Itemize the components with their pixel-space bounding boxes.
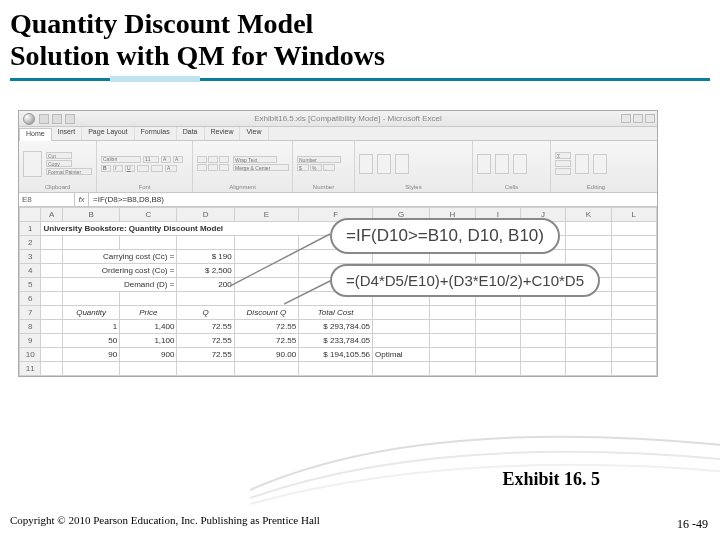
ordering-cost-label: Ordering cost (Co) = bbox=[62, 264, 177, 278]
excel-titlebar: Exhibit16.5.xls [Compatibility Mode] - M… bbox=[19, 111, 657, 127]
hdr-price: Price bbox=[120, 306, 177, 320]
hdr-discount-q: Discount Q bbox=[234, 306, 298, 320]
cell-styles-icon bbox=[395, 154, 409, 174]
col-b: B bbox=[62, 208, 119, 222]
group-clipboard: Clipboard bbox=[23, 184, 92, 190]
col-e: E bbox=[234, 208, 298, 222]
delete-cell-icon bbox=[495, 154, 509, 174]
merge-center-btn: Merge & Center bbox=[233, 164, 289, 171]
qat-save-icon bbox=[39, 114, 49, 124]
copyright: Copyright © 2010 Pearson Education, Inc.… bbox=[10, 514, 370, 526]
slide-swoosh bbox=[250, 400, 720, 510]
quick-access-toolbar bbox=[39, 114, 75, 124]
find-select-icon bbox=[593, 154, 607, 174]
tab-page-layout: Page Layout bbox=[82, 127, 134, 140]
ribbon-tabs: Home Insert Page Layout Formulas Data Re… bbox=[19, 127, 657, 141]
hdr-total-cost: Total Cost bbox=[299, 306, 373, 320]
carrying-cost-val: $ 190 bbox=[177, 250, 234, 264]
fx-icon: fx bbox=[75, 193, 89, 206]
hdr-q: Q bbox=[177, 306, 234, 320]
demand-label: Demand (D) = bbox=[62, 278, 177, 292]
title-line-1: Quantity Discount Model bbox=[10, 8, 313, 39]
group-alignment: Alignment bbox=[197, 184, 288, 190]
slide-title: Quantity Discount Model Solution with QM… bbox=[0, 0, 720, 76]
demand-val: 200 bbox=[177, 278, 234, 292]
tab-home: Home bbox=[19, 128, 52, 141]
group-number: Number bbox=[297, 184, 350, 190]
cut-btn: Cut bbox=[46, 152, 72, 159]
col-c: C bbox=[120, 208, 177, 222]
maximize-icon bbox=[633, 114, 643, 123]
title-line-2: Solution with QM for Windows bbox=[10, 40, 385, 71]
col-l: L bbox=[611, 208, 656, 222]
callout-formula-totalcost: =(D4*D5/E10)+(D3*E10/2)+C10*D5 bbox=[330, 264, 600, 297]
exhibit-label: Exhibit 16. 5 bbox=[502, 469, 600, 490]
qat-redo-icon bbox=[65, 114, 75, 124]
name-box: E8 bbox=[19, 193, 75, 206]
tab-view: View bbox=[240, 127, 268, 140]
group-cells: Cells bbox=[477, 184, 546, 190]
minimize-icon bbox=[621, 114, 631, 123]
ordering-cost-val: $ 2,500 bbox=[177, 264, 234, 278]
tab-insert: Insert bbox=[52, 127, 83, 140]
title-accent bbox=[110, 76, 200, 82]
col-a: A bbox=[41, 208, 62, 222]
qat-undo-icon bbox=[52, 114, 62, 124]
format-table-icon bbox=[377, 154, 391, 174]
col-d: D bbox=[177, 208, 234, 222]
tab-data: Data bbox=[177, 127, 205, 140]
wrap-text-btn: Wrap Text bbox=[233, 156, 277, 163]
tab-formulas: Formulas bbox=[135, 127, 177, 140]
paste-icon bbox=[23, 151, 42, 177]
tab-review: Review bbox=[205, 127, 241, 140]
carrying-cost-label: Carrying cost (Cc) = bbox=[62, 250, 177, 264]
ribbon: Cut Copy Format Painter Clipboard Calibr… bbox=[19, 141, 657, 193]
format-cell-icon bbox=[513, 154, 527, 174]
office-orb-icon bbox=[23, 113, 35, 125]
callout-formula-if: =IF(D10>=B10, D10, B10) bbox=[330, 218, 560, 254]
sheet-title: University Bookstore: Quantity Discount … bbox=[41, 222, 373, 236]
close-icon bbox=[645, 114, 655, 123]
window-title: Exhibit16.5.xls [Compatibility Mode] - M… bbox=[75, 114, 621, 123]
sort-filter-icon bbox=[575, 154, 589, 174]
group-editing: Editing bbox=[555, 184, 637, 190]
cond-format-icon bbox=[359, 154, 373, 174]
insert-cell-icon bbox=[477, 154, 491, 174]
optimal-label: Optimal bbox=[373, 348, 430, 362]
col-k: K bbox=[566, 208, 611, 222]
group-styles: Styles bbox=[359, 184, 468, 190]
page-number: 16 -49 bbox=[677, 517, 708, 532]
format-painter-btn: Format Painter bbox=[46, 168, 92, 175]
hdr-quantity: Quantity bbox=[62, 306, 119, 320]
formula-bar: =IF(D8>=B8,D8,B8) bbox=[89, 193, 657, 206]
group-font: Font bbox=[101, 184, 188, 190]
copy-btn: Copy bbox=[46, 160, 72, 167]
